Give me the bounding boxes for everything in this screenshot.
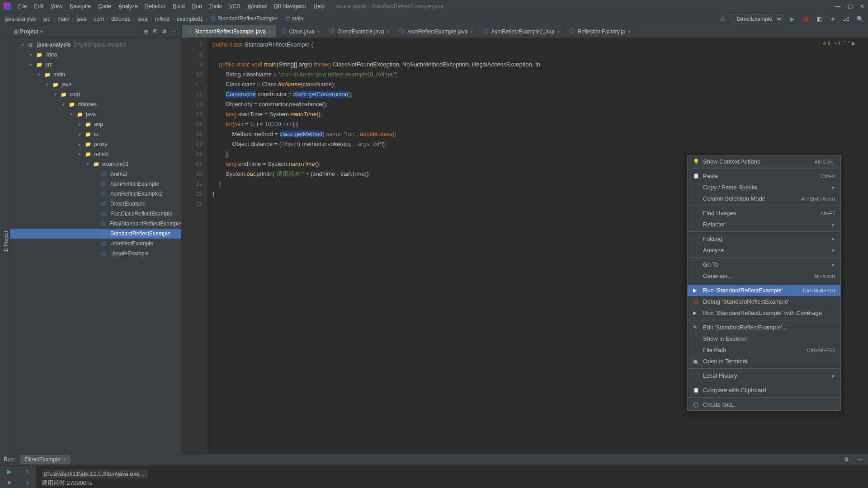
menu-window[interactable]: Window <box>244 1 270 11</box>
up-icon[interactable]: ↑ <box>26 469 29 475</box>
tree-item[interactable]: ▾📁java <box>10 109 181 119</box>
tree-item[interactable]: ▸📁proxy <box>10 139 181 149</box>
ctx-item[interactable]: 📋Compare with Clipboard <box>688 385 840 396</box>
close-icon[interactable]: ✕ <box>860 3 864 9</box>
menu-view[interactable]: View <box>47 1 66 11</box>
tree-item[interactable]: ⒸAnimal <box>10 169 181 179</box>
menu-analyze[interactable]: Analyze <box>115 1 142 11</box>
ctx-item[interactable]: Find UsagesAlt+F7 <box>688 207 840 219</box>
stop-icon[interactable]: ■ <box>7 479 10 486</box>
ctx-item[interactable]: Column Selection ModeAlt+Shift+Insert <box>688 193 840 204</box>
ctx-item[interactable]: Show in Explorer <box>688 333 840 344</box>
tree-item[interactable]: ⒸDirectExample <box>10 199 181 209</box>
menu-navigate[interactable]: Navigate <box>66 1 94 11</box>
editor-tab[interactable]: ⒿStandardReflectExample.java× <box>182 25 277 38</box>
line-gutter[interactable]: 7891011121314151617181920212223 <box>182 38 207 454</box>
tree-item[interactable]: ▾📁src <box>10 60 181 70</box>
crumb[interactable]: java-analysis <box>4 16 37 22</box>
ctx-item[interactable]: ✎Edit 'StandardReflectExample'... <box>688 322 840 333</box>
tree-item[interactable]: ▾📁com <box>10 89 181 99</box>
ctx-item[interactable]: ◯Create Gist... <box>688 399 840 410</box>
tree-item[interactable]: ⒸFastClassReflectExample <box>10 209 181 219</box>
crumb[interactable]: src <box>42 16 51 22</box>
tree-item[interactable]: ▾📁reflect <box>10 149 181 159</box>
run-hide-icon[interactable]: — <box>855 455 864 464</box>
editor-tab[interactable]: ⒿAsmReflectExample.java× <box>395 25 478 38</box>
editor-tab[interactable]: ⒿReflectionFactory.ja× <box>565 25 636 38</box>
git-icon[interactable]: ⎇ <box>842 14 851 23</box>
locate-icon[interactable]: ⊕ <box>142 27 151 36</box>
ctx-item[interactable]: Local History▸ <box>688 370 840 381</box>
tree-item[interactable]: ⒸUnsafeExample <box>10 249 181 258</box>
menu-edit[interactable]: Edit <box>30 1 47 11</box>
rerun-icon[interactable]: ▶ <box>7 469 11 475</box>
crumb[interactable]: com <box>93 16 105 22</box>
menu-code[interactable]: Code <box>94 1 115 11</box>
menu-help[interactable]: Help <box>310 1 329 11</box>
menu-db-navigator[interactable]: DB Navigator <box>270 1 310 11</box>
ctx-item[interactable]: Analyze▸ <box>688 244 840 256</box>
project-tree[interactable]: ▾▦ java-analysis D:\gitlab\java-analysis… <box>10 38 181 454</box>
minimize-icon[interactable]: — <box>835 3 840 9</box>
settings-icon[interactable]: ⚙ <box>160 27 169 36</box>
run-output[interactable]: D:\Java\jdk11\jdk-11.0.6\bin\java.exe ..… <box>36 466 868 488</box>
debug-icon[interactable]: 🐞 <box>801 14 810 23</box>
editor-tab[interactable]: ⒿDirectExample.java× <box>325 25 395 38</box>
run-icon[interactable]: ▶ <box>788 14 797 23</box>
tree-item[interactable]: ▾📁dblones <box>10 99 181 109</box>
tree-item[interactable]: ▸📁io <box>10 129 181 139</box>
menu-build[interactable]: Build <box>169 1 189 11</box>
ctx-item[interactable]: Go To▸ <box>688 259 840 270</box>
crumb[interactable]: main <box>57 16 70 22</box>
down-icon[interactable]: ↓ <box>26 479 29 486</box>
ctx-item[interactable]: ▶Run 'StandardReflectExample' with Cover… <box>688 307 840 319</box>
editor-tab[interactable]: ⒿClass.java× <box>277 25 325 38</box>
run-settings-icon[interactable]: ⚙ <box>842 455 851 464</box>
tree-item[interactable]: ⒸStandardReflectExample <box>10 229 181 239</box>
ctx-item[interactable]: 💡Show Context ActionsAlt+Enter <box>688 156 840 167</box>
coverage-icon[interactable]: ◧ <box>815 14 824 23</box>
crumb[interactable]: Ⓒ StandardReflectExample <box>210 15 278 23</box>
crumb[interactable]: dblones <box>110 16 131 22</box>
menu-refactor[interactable]: Refactor <box>142 1 169 11</box>
tree-item[interactable]: ▾📁java <box>10 80 181 89</box>
stop-icon[interactable]: ■ <box>828 14 837 23</box>
tree-item[interactable]: ▾📁example01 <box>10 159 181 169</box>
left-tab-project[interactable]: 1: Project <box>2 228 9 254</box>
ctx-item[interactable]: ▶Run 'StandardReflectExample'Ctrl+Shift+… <box>688 285 840 296</box>
tree-item[interactable]: ⒸAsmReflectExample2 <box>10 189 181 199</box>
tree-item[interactable]: ▸📁aop <box>10 119 181 129</box>
menu-tools[interactable]: Tools <box>206 1 226 11</box>
search-icon[interactable]: 🔍 <box>855 14 864 23</box>
run-tab[interactable]: DirectExample× <box>20 455 71 464</box>
crumb[interactable]: java <box>75 16 87 22</box>
ctx-item[interactable]: ▣Open in Terminal <box>688 356 840 367</box>
ctx-item[interactable]: Generate...Alt+Insert <box>688 270 840 282</box>
crumb[interactable]: example01 <box>176 16 204 22</box>
crumb[interactable]: ⓜ main <box>284 15 304 23</box>
collapse-icon[interactable]: ⇱ <box>151 27 160 36</box>
hide-icon[interactable]: — <box>169 27 178 36</box>
menu-file[interactable]: File <box>14 1 30 11</box>
maximize-icon[interactable]: ▢ <box>848 3 853 9</box>
run-config-select[interactable]: DirectExample <box>732 14 783 24</box>
tree-item[interactable]: ⒸUnreflectExample <box>10 239 181 249</box>
ctx-item[interactable]: File PathCtrl+Alt+F12 <box>688 344 840 356</box>
editor-tab[interactable]: ⒿAsmReflectExample2.java× <box>478 25 565 38</box>
tree-root[interactable]: ▾▦ java-analysis D:\gitlab\java-analysis <box>10 40 181 50</box>
context-menu[interactable]: 💡Show Context ActionsAlt+Enter📋PasteCtrl… <box>687 155 841 411</box>
ctx-item[interactable]: Copy / Paste Special▸ <box>688 182 840 193</box>
ctx-item[interactable]: Folding▸ <box>688 233 840 244</box>
menu-vcs[interactable]: VCS <box>226 1 244 11</box>
build-icon[interactable]: ⁂ <box>718 14 727 23</box>
ctx-item[interactable]: 🐞Debug 'StandardReflectExample' <box>688 296 840 307</box>
tree-item[interactable]: ⒸAsmReflectExample <box>10 179 181 189</box>
inspection-indicator[interactable]: 6 1 ˆ ˅ ≡ <box>822 41 854 47</box>
crumb[interactable]: reflect <box>154 16 170 22</box>
tree-item[interactable]: ▾📁.idea <box>10 50 181 60</box>
ctx-item[interactable]: Refactor▸ <box>688 219 840 230</box>
crumb[interactable]: java <box>137 16 148 22</box>
tree-item[interactable]: ▾📁main <box>10 70 181 80</box>
ctx-item[interactable]: 📋PasteCtrl+V <box>688 170 840 182</box>
tree-item[interactable]: ⒸFinalStandardReflectExample <box>10 219 181 229</box>
